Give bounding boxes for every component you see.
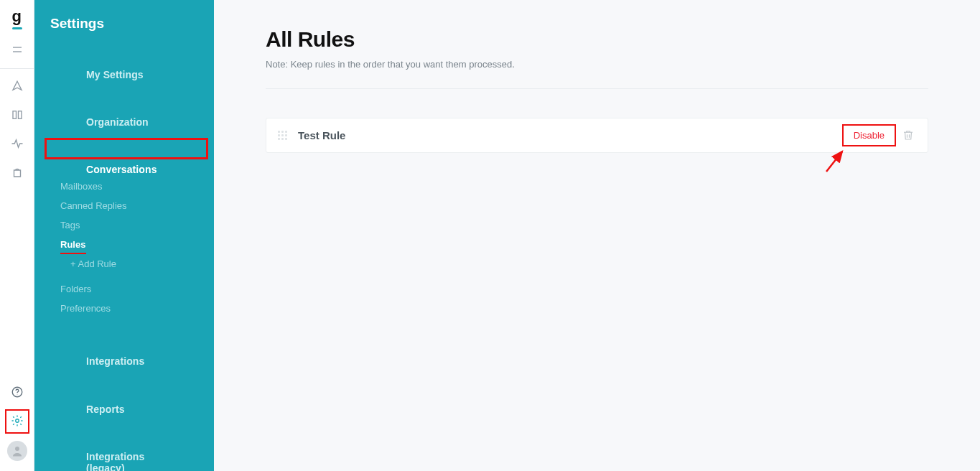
drag-handle-icon[interactable] [278,131,288,141]
avatar[interactable] [7,441,27,461]
sidebar-item-integrations-legacy[interactable]: Integrations (legacy) [34,424,214,471]
disable-button-label: Disable [854,130,885,141]
sidebar-item-organization[interactable]: Organization [34,89,214,136]
conversations-subnav: Mailboxes Canned Replies Tags Rules + Ad… [34,175,214,321]
settings-icon[interactable] [3,406,32,435]
svg-rect-3 [18,111,22,119]
subnav-folders[interactable]: Folders [34,279,214,299]
send-icon[interactable] [0,72,34,101]
disable-button[interactable]: Disable [846,127,892,144]
sidebar-item-integrations[interactable]: Integrations [34,328,214,376]
subnav-tags[interactable]: Tags [34,215,214,235]
columns-icon[interactable] [0,101,34,129]
subnav-preferences[interactable]: Preferences [34,299,214,318]
svg-point-5 [17,394,17,395]
svg-rect-2 [13,111,17,119]
icon-rail: g [0,0,34,471]
rule-row[interactable]: Test Rule Disable [266,118,928,153]
sidebar-item-reports[interactable]: Reports [34,376,214,424]
page-note: Note: Keep rules in the order that you w… [266,59,928,70]
settings-sidebar: Settings My Settings Organization Conver… [34,0,214,471]
svg-point-6 [15,419,19,423]
subnav-add-rule[interactable]: + Add Rule [34,254,214,274]
rule-name: Test Rule [298,129,846,141]
help-icon[interactable] [0,378,34,406]
activity-icon[interactable] [0,129,34,158]
subnav-canned-replies[interactable]: Canned Replies [34,196,214,215]
main-content: All Rules Note: Keep rules in the order … [214,0,980,471]
svg-point-7 [15,447,19,451]
subnav-mailboxes[interactable]: Mailboxes [34,177,214,196]
delete-icon[interactable] [902,129,916,143]
sidebar-item-conversations[interactable]: Conversations [34,136,214,175]
sidebar-title: Settings [34,16,214,42]
divider [266,88,928,89]
bag-icon[interactable] [0,158,34,187]
subnav-rules[interactable]: Rules [34,235,214,254]
page-title: All Rules [266,27,928,52]
sidebar-item-my-settings[interactable]: My Settings [34,42,214,89]
app-logo: g [12,7,22,29]
menu-icon[interactable] [0,35,34,64]
